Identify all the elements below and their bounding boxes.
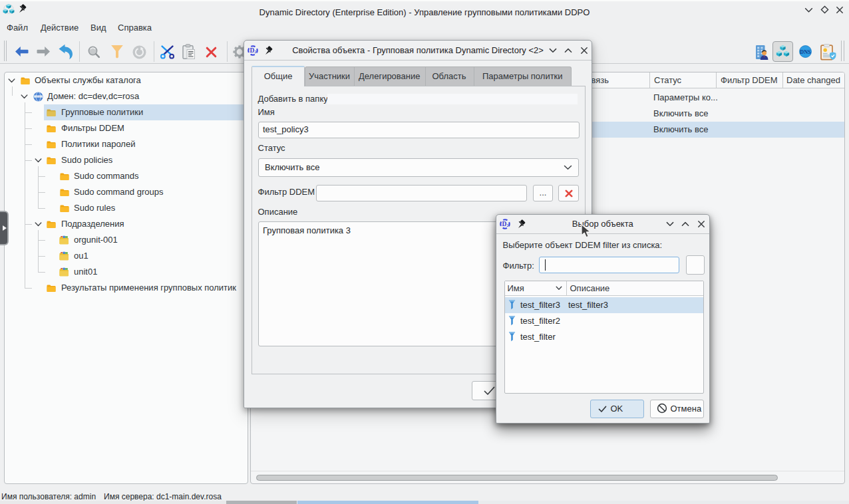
svg-text:DNS: DNS xyxy=(800,49,811,55)
svg-text:WWW: WWW xyxy=(34,95,43,98)
